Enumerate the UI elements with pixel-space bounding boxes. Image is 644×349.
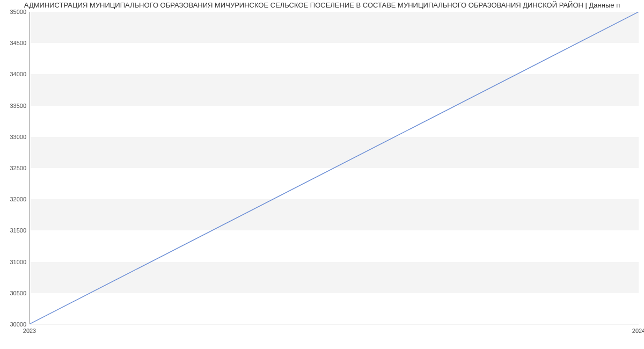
x-tick-label: 2023 xyxy=(23,328,36,334)
y-tick-label: 34500 xyxy=(0,40,30,46)
data-line xyxy=(30,12,639,324)
x-tick-label: 2024 xyxy=(632,328,644,334)
y-tick-label: 34000 xyxy=(0,71,30,77)
chart-title: АДМИНИСТРАЦИЯ МУНИЦИПАЛЬНОГО ОБРАЗОВАНИЯ… xyxy=(0,0,644,9)
y-tick-label: 32500 xyxy=(0,165,30,171)
y-tick-label: 33500 xyxy=(0,103,30,109)
y-tick-label: 32000 xyxy=(0,196,30,202)
y-tick-label: 35000 xyxy=(0,9,30,15)
plot-area xyxy=(30,12,639,324)
y-tick-label: 31500 xyxy=(0,227,30,234)
y-tick-label: 30500 xyxy=(0,290,30,296)
y-tick-label: 33000 xyxy=(0,134,30,140)
chart-area: 3000030500310003150032000325003300033500… xyxy=(0,12,644,339)
y-tick-label: 31000 xyxy=(0,259,30,265)
y-tick-label: 30000 xyxy=(0,321,30,328)
